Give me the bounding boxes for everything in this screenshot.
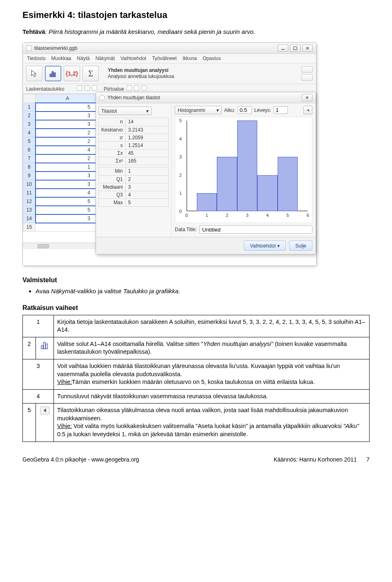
menubar: Tiedosto Muokkaa Näytä Näkymät Vaihtoehd… (23, 54, 316, 63)
prep-heading: Valmistelut (22, 276, 370, 285)
row-header[interactable]: 3 (23, 120, 36, 129)
svg-rect-10 (43, 342, 45, 349)
step-hint-label: Vihje: (57, 379, 72, 385)
footer-left: GeoGebra 4.0:n pikaohje - www.geogebra.o… (22, 456, 139, 464)
panel-left-close-icon[interactable] (92, 85, 97, 91)
stat-value: 3.2143 (125, 126, 168, 134)
panel-right-close-icon[interactable] (142, 85, 147, 91)
row-header[interactable]: 9 (23, 172, 36, 180)
stat-label: n (99, 118, 126, 126)
stat-value: 4 (125, 191, 168, 199)
chart-type-dropdown[interactable]: Histogrammi ▾ (175, 106, 222, 114)
row-header[interactable]: 14 (23, 214, 36, 223)
col-header-a[interactable]: A (36, 94, 100, 103)
menu-opastus[interactable]: Opastus (203, 55, 221, 62)
stats-dropdown[interactable]: Tilastot ▾ (98, 107, 151, 115)
prep-text: . (178, 288, 180, 294)
one-variable-analysis-icon (40, 340, 50, 350)
x-tick-label: 5 (286, 212, 289, 219)
x-tick-label: 3 (246, 212, 248, 219)
stat-label: s (99, 141, 126, 149)
window-minimize-button[interactable] (278, 45, 288, 52)
row-header[interactable]: 1 (23, 103, 36, 111)
histogram-bar (278, 157, 298, 211)
stat-value: 45 (125, 149, 168, 157)
histogram-bar (217, 157, 237, 211)
close-button[interactable]: Sulje (289, 241, 312, 251)
menu-vaihtoehdot[interactable]: Vaihtoehdot (120, 55, 146, 62)
chart-options-arrow-button[interactable] (303, 106, 312, 114)
stat-label: Q1 (99, 175, 126, 183)
file-icon (26, 45, 32, 51)
stat-value: 165 (125, 157, 168, 165)
cell[interactable]: 3 (36, 120, 100, 129)
alku-input[interactable] (238, 106, 252, 114)
histogram-bar (257, 175, 278, 212)
cell[interactable]: 1 (36, 163, 100, 172)
cell[interactable] (36, 223, 100, 232)
tool-sum[interactable]: Σ (82, 66, 99, 81)
menu-tiedosto[interactable]: Tiedosto (27, 55, 46, 62)
cell[interactable]: 2 (36, 129, 100, 137)
cell[interactable]: 5 (36, 103, 100, 111)
data-title-label: Data Title: (175, 226, 197, 233)
menu-muokkaa[interactable]: Muokkaa (51, 55, 71, 62)
row-header[interactable]: 7 (23, 154, 36, 163)
spreadsheet[interactable]: A 15 23 33 42 52 64 72 81 93 103 114 125… (23, 94, 100, 249)
panel-right-dock-icon[interactable] (127, 85, 132, 91)
tool-hint-title: Yhden muuttujan analyysi (108, 67, 174, 74)
step-body: "Alku" (343, 423, 359, 429)
row-header[interactable]: 8 (23, 163, 36, 172)
step-body: Voit valita myös luokkakeskuksen valitse… (72, 423, 343, 429)
row-header[interactable]: 4 (23, 129, 36, 137)
toolbar-redo-button[interactable] (301, 74, 313, 81)
row-header[interactable]: 5 (23, 137, 36, 146)
menu-tyovalineet[interactable]: Työvälineet (152, 55, 177, 62)
menu-nakymat[interactable]: Näkymät (96, 55, 115, 62)
menu-ikkuna[interactable]: Ikkuna (183, 55, 197, 62)
stats-dialog: Yhden muuttujan tilastot Tilastot ▾ n14 (96, 92, 316, 254)
stat-label: Mediaani (99, 183, 126, 191)
cell[interactable]: 3 (36, 180, 100, 189)
histogram-bar (197, 193, 217, 211)
cell[interactable]: 2 (36, 154, 100, 163)
y-tick-label: 3 (179, 154, 182, 160)
row-header[interactable]: 15 (23, 223, 36, 232)
y-tick-label: 0 (179, 208, 182, 214)
task-text: : Piirrä histogrammi ja määritä keskiarv… (45, 28, 255, 35)
cell[interactable]: 4 (36, 189, 100, 197)
step-text: Voit vaihtaa luokkien määrää tilastoikku… (54, 359, 370, 390)
row-header[interactable]: 6 (23, 146, 36, 154)
tool-one-variable-analysis[interactable] (45, 66, 61, 81)
row-header[interactable]: 11 (23, 189, 36, 197)
row-header[interactable]: 10 (23, 180, 36, 189)
menu-nayta[interactable]: Näytä (77, 55, 89, 62)
cell[interactable]: 3 (36, 111, 100, 120)
row-header[interactable]: 12 (23, 197, 36, 206)
panel-right-max-icon[interactable] (134, 85, 139, 91)
cell[interactable]: 3 (36, 172, 100, 180)
window-close-button[interactable] (302, 45, 313, 52)
data-title-input[interactable] (199, 225, 312, 234)
step-body: Tämän esimerkin luokkien määrän oletusar… (72, 379, 315, 385)
cell[interactable]: 5 (36, 206, 100, 214)
toolbar-undo-button[interactable] (301, 66, 313, 73)
dialog-close-icon[interactable] (302, 94, 312, 101)
tool-list[interactable]: {1,2} (64, 66, 80, 81)
steps-heading: Ratkaisun vaiheet (22, 303, 370, 312)
cell[interactable]: 2 (36, 137, 100, 146)
window-maximize-button[interactable] (290, 45, 301, 52)
cell[interactable]: 3 (36, 214, 100, 223)
options-button[interactable]: Vaihtoehdot ▾ (244, 241, 286, 251)
svg-rect-1 (294, 47, 297, 49)
panel-left-dock-icon[interactable] (77, 85, 82, 91)
leveys-input[interactable] (274, 106, 288, 114)
step-text: Valitse solut A1–A14 osoittamalla hiirel… (54, 337, 370, 359)
tool-move[interactable] (26, 66, 42, 81)
row-header[interactable]: 13 (23, 206, 36, 214)
cell[interactable]: 5 (36, 197, 100, 206)
cell[interactable]: 4 (36, 146, 100, 154)
spreadsheet-hscrollbar[interactable] (23, 243, 100, 249)
row-header[interactable]: 2 (23, 111, 36, 120)
panel-left-max-icon[interactable] (85, 85, 90, 91)
